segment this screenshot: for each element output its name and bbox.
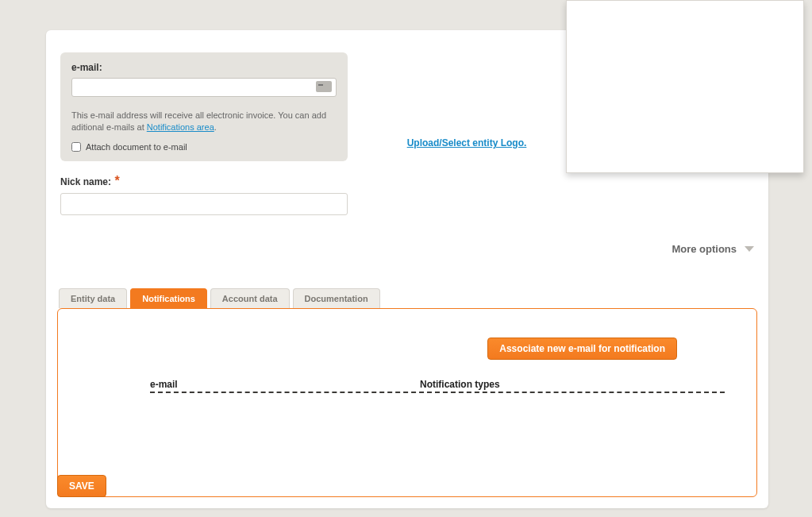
more-options-label: More options <box>672 243 737 255</box>
tab-list: Entity data Notifications Account data D… <box>59 288 757 308</box>
tab-entity-data[interactable]: Entity data <box>59 288 127 308</box>
email-input-wrap <box>71 78 337 103</box>
attach-document-label: Attach document to e-mail <box>86 142 187 152</box>
tab-documentation[interactable]: Documentation <box>293 288 380 308</box>
tab-notifications[interactable]: Notifications <box>130 288 207 308</box>
more-options-toggle[interactable]: More options <box>672 243 754 255</box>
email-label: e-mail: <box>71 62 337 73</box>
email-help-text: This e-mail address will receive all ele… <box>71 110 337 134</box>
nickname-label: Nick name: <box>60 176 111 187</box>
tab-account-data[interactable]: Account data <box>210 288 290 308</box>
logo-preview-box[interactable] <box>566 0 804 173</box>
notifications-panel: Associate new e-mail for notification e-… <box>57 308 757 497</box>
nickname-block: Nick name: * <box>60 174 757 215</box>
upload-logo-block: Upload/Select entity Logo. <box>405 135 529 150</box>
nickname-input[interactable] <box>60 193 348 215</box>
save-button[interactable]: SAVE <box>57 475 106 497</box>
upload-logo-link[interactable]: Upload/Select entity Logo. <box>407 137 527 149</box>
notifications-table-head: e-mail Notification types <box>150 379 725 393</box>
col-types-header: Notification types <box>420 379 500 390</box>
email-panel: e-mail: This e-mail address will receive… <box>60 52 348 161</box>
attach-document-row: Attach document to e-mail <box>71 142 337 152</box>
chevron-down-icon <box>745 246 754 252</box>
required-mark: * <box>114 174 119 187</box>
associate-email-button[interactable]: Associate new e-mail for notification <box>487 338 677 360</box>
attach-document-checkbox[interactable] <box>71 142 81 152</box>
notifications-area-link[interactable]: Notifications area <box>147 122 214 132</box>
col-email-header: e-mail <box>150 379 420 390</box>
email-help-suffix: . <box>214 122 217 132</box>
contact-card-icon[interactable] <box>316 81 332 92</box>
email-input[interactable] <box>71 78 337 97</box>
